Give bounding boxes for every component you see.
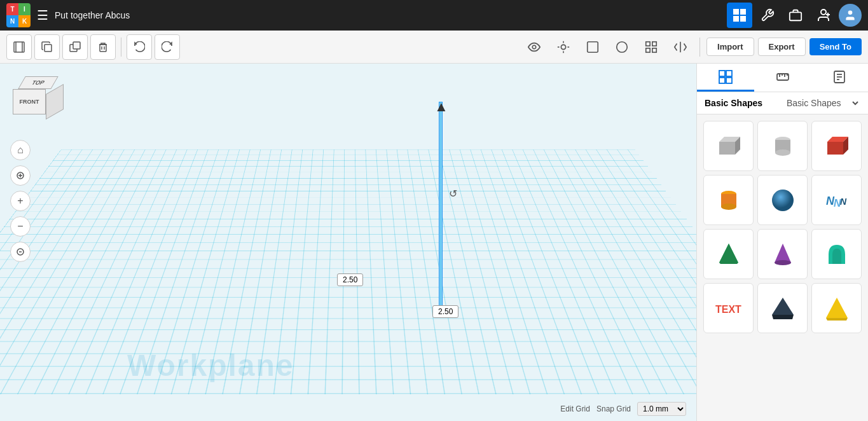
shape-item-cone-purple[interactable]: [757, 229, 808, 279]
move-arrow: ▲: [434, 99, 448, 115]
svg-rect-15: [100, 45, 106, 52]
briefcase-btn[interactable]: [783, 3, 808, 28]
circle-view-btn[interactable]: [609, 34, 635, 60]
shape-view-btn[interactable]: [580, 34, 605, 60]
svg-rect-37: [726, 71, 732, 76]
sendto-button[interactable]: Send To: [809, 38, 862, 55]
svg-rect-4: [790, 12, 801, 20]
svg-point-61: [772, 190, 794, 211]
import-button[interactable]: Import: [706, 38, 754, 56]
add-user-button[interactable]: [811, 3, 836, 28]
svg-point-68: [775, 260, 791, 265]
view-cube[interactable]: TOP FRONT: [13, 76, 64, 127]
svg-rect-38: [719, 78, 725, 83]
cube-side-face: [46, 84, 64, 120]
delete-button[interactable]: [90, 34, 116, 60]
shape-item-text-red[interactable]: TEXT: [703, 283, 754, 333]
cube-front-face: FRONT: [13, 89, 46, 114]
shape-item-sphere-blue[interactable]: [757, 175, 808, 225]
zoom-out-button[interactable]: −: [10, 216, 31, 237]
svg-rect-3: [740, 16, 746, 22]
edit-grid-button[interactable]: Edit Grid: [560, 404, 590, 413]
redo-button[interactable]: [155, 34, 180, 60]
mirror-view-btn[interactable]: [668, 34, 693, 60]
svg-rect-26: [646, 41, 650, 45]
shape-item-box-red[interactable]: [811, 121, 862, 171]
shapes-title: Basic Shapes: [705, 98, 784, 108]
toolbar-separator-2: [699, 38, 700, 57]
shape-item-cylinder-orange[interactable]: [703, 175, 754, 225]
svg-rect-36: [719, 71, 725, 76]
topbar-right: [727, 3, 862, 28]
shape-item-text-blue[interactable]: NNN: [811, 175, 862, 225]
snap-grid-select[interactable]: 1.0 mm 0.5 mm 0.25 mm 2.0 mm: [637, 402, 686, 416]
svg-rect-55: [827, 142, 843, 155]
cube-top-face: TOP: [18, 76, 59, 89]
bottom-controls: Edit Grid Snap Grid 1.0 mm 0.5 mm 0.25 m…: [0, 402, 696, 416]
dimension-height: 2.50: [337, 273, 363, 286]
duplicate-button[interactable]: [62, 34, 88, 60]
tinkercad-logo[interactable]: T I N K: [6, 3, 31, 27]
svg-rect-28: [646, 48, 650, 52]
shape-item-box-diagonal[interactable]: [703, 121, 754, 171]
toolbar-right: Import Export Send To: [521, 34, 862, 60]
shape-item-cylinder-gray[interactable]: [757, 121, 808, 171]
svg-point-60: [721, 204, 736, 210]
svg-rect-24: [588, 41, 598, 52]
camera-view-btn[interactable]: [521, 34, 547, 60]
svg-rect-29: [652, 48, 656, 52]
svg-marker-67: [775, 244, 791, 263]
shape-item-pyramid-green[interactable]: [703, 229, 754, 279]
menu-icon[interactable]: ☰: [37, 8, 48, 23]
shape-item-prism-navy[interactable]: [757, 283, 808, 333]
svg-rect-1: [740, 9, 746, 15]
zoom-in-button[interactable]: +: [10, 191, 31, 211]
shapes-header: Basic Shapes Basic Shapes Featured Text …: [697, 92, 868, 114]
export-button[interactable]: Export: [758, 38, 806, 56]
right-panel: Basic Shapes Basic Shapes Featured Text …: [696, 64, 868, 421]
toolbar: Import Export Send To: [0, 31, 868, 64]
grid-view-btn[interactable]: [727, 3, 752, 28]
grid-view-btn2[interactable]: [638, 34, 664, 60]
copy-button[interactable]: [34, 34, 60, 60]
svg-rect-14: [73, 42, 80, 49]
light-view-btn[interactable]: [551, 34, 576, 60]
fit-button[interactable]: [10, 165, 31, 186]
left-controls: ⌂ + −: [10, 140, 31, 262]
svg-marker-72: [826, 298, 848, 318]
shapes-category-dropdown[interactable]: Basic Shapes Featured Text & Numbers Con…: [784, 97, 860, 109]
ruler-tab[interactable]: [754, 64, 811, 92]
main-area: Workplane TOP FRONT ⌂ + − ▲ ↺ 2.50: [0, 64, 868, 421]
shape-item-arch-teal[interactable]: [811, 229, 862, 279]
tools-btn[interactable]: [755, 3, 780, 28]
frame-button[interactable]: [6, 34, 32, 60]
grid-background: [0, 149, 696, 394]
logo-n: N: [6, 15, 18, 27]
svg-marker-70: [772, 298, 794, 315]
notes-tab[interactable]: [811, 64, 868, 92]
home-button[interactable]: ⌂: [10, 140, 31, 160]
undo-button[interactable]: [127, 34, 152, 60]
svg-point-25: [617, 41, 628, 52]
svg-point-8: [848, 11, 853, 15]
user-avatar[interactable]: [839, 4, 862, 27]
project-title: Put together Abcus: [55, 10, 720, 20]
logo-t: T: [6, 3, 18, 15]
svg-marker-66: [719, 244, 738, 264]
shapes-tab[interactable]: [697, 64, 754, 92]
logo-k: K: [18, 15, 31, 27]
svg-rect-49: [719, 142, 735, 155]
canvas-area[interactable]: Workplane TOP FRONT ⌂ + − ▲ ↺ 2.50: [0, 64, 696, 421]
svg-text:TEXT: TEXT: [715, 304, 741, 315]
zoom-fit-button[interactable]: [10, 242, 31, 262]
svg-point-19: [561, 45, 565, 49]
shape-item-pyramid-yellow[interactable]: [811, 283, 862, 333]
toolbar-separator-1: [121, 38, 121, 57]
cylinder-object[interactable]: [439, 102, 443, 318]
svg-rect-27: [652, 41, 656, 45]
top-bar: T I N K ☰ Put together Abcus: [0, 0, 868, 31]
svg-marker-71: [772, 315, 794, 319]
right-panel-tabs: [697, 64, 868, 92]
svg-rect-2: [733, 16, 739, 22]
svg-rect-0: [733, 9, 739, 15]
